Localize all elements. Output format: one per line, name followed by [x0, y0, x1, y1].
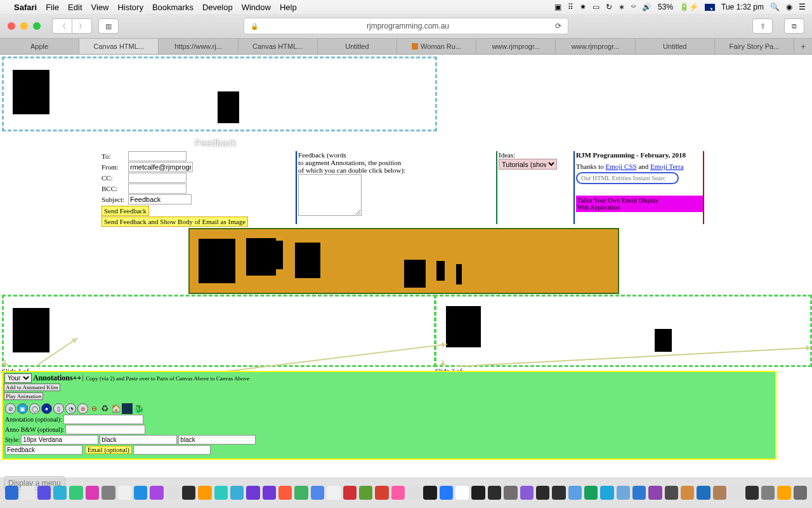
dock-app-icon[interactable]: [777, 486, 790, 500]
emoji-css-link[interactable]: Emoji CSS: [605, 163, 636, 170]
dock-app-icon[interactable]: [552, 486, 565, 500]
tab-1[interactable]: Canvas HTML...: [79, 39, 159, 54]
dock-app-icon[interactable]: [471, 486, 485, 500]
refresh-icon[interactable]: ♻: [100, 404, 110, 413]
tab-2[interactable]: https://www.rj...: [159, 39, 238, 54]
dock-app-icon[interactable]: [761, 486, 775, 500]
dock-app-icon[interactable]: [37, 486, 51, 500]
grid-icon[interactable]: ⠿: [568, 3, 573, 11]
menu-bookmarks[interactable]: Bookmarks: [152, 3, 193, 12]
battery-icon[interactable]: 🔋⚡: [679, 3, 698, 11]
airplay-icon[interactable]: ▭: [593, 3, 599, 11]
menu-develop[interactable]: Develop: [202, 3, 233, 12]
menu-edit[interactable]: Edit: [68, 3, 82, 12]
dock-app-icon[interactable]: [648, 486, 662, 500]
tab-0[interactable]: Apple: [0, 39, 79, 54]
to-input[interactable]: [128, 151, 187, 161]
send-feedback-button[interactable]: Send Feedback: [102, 206, 149, 216]
cancel-icon[interactable]: ⊗: [77, 403, 88, 414]
dragon-icon[interactable]: 🐉: [134, 404, 143, 413]
tab-4[interactable]: Untitled: [318, 39, 397, 54]
dock-app-icon[interactable]: [278, 486, 292, 500]
menu-file[interactable]: File: [46, 3, 59, 12]
menu-window[interactable]: Window: [242, 3, 271, 12]
dock-app-icon[interactable]: [407, 486, 421, 500]
cc-input[interactable]: [128, 173, 187, 183]
clock[interactable]: Tue 1:32 pm: [721, 3, 764, 11]
dock-app-icon[interactable]: [327, 486, 340, 500]
tabs-button[interactable]: ⧉: [784, 18, 804, 34]
dock-app-icon[interactable]: [343, 486, 357, 500]
dock-app-icon[interactable]: [794, 486, 807, 500]
dock-app-icon[interactable]: [118, 486, 131, 500]
battery-text[interactable]: 53%: [658, 3, 673, 11]
dock-app-icon[interactable]: [455, 486, 469, 500]
tab-6[interactable]: www.rjmprogr...: [476, 39, 556, 54]
dock-app-icon[interactable]: [440, 486, 453, 500]
notifications-icon[interactable]: ☰: [799, 3, 806, 11]
dock-app-icon[interactable]: [568, 486, 582, 500]
spotlight-icon[interactable]: 🔍: [770, 3, 780, 11]
subject-input[interactable]: [128, 194, 192, 204]
zoom-window-button[interactable]: [33, 22, 41, 30]
share-button[interactable]: ⇪: [752, 18, 773, 34]
app-icon[interactable]: ▣: [554, 3, 561, 11]
dock-app-icon[interactable]: [86, 486, 99, 500]
volume-icon[interactable]: 🔊: [642, 3, 652, 11]
emoji-terra-link[interactable]: Emoji Terra: [650, 163, 683, 170]
from-input[interactable]: [128, 162, 193, 172]
feedback-input[interactable]: [5, 445, 82, 455]
flag-icon[interactable]: [705, 4, 715, 11]
dock-app-icon[interactable]: [617, 486, 630, 500]
dock-app-icon[interactable]: [359, 486, 372, 500]
ideas-select[interactable]: Tutorials (show b: [499, 159, 557, 170]
bluetooth-icon[interactable]: ∗: [619, 3, 625, 11]
play-animation-button[interactable]: Play Animation: [4, 392, 43, 400]
address-bar[interactable]: 🔒 rjmprogramming.com.au ⟳: [244, 18, 568, 34]
color1-input[interactable]: [100, 435, 177, 444]
minimize-window-button[interactable]: [20, 22, 28, 30]
dock-app-icon[interactable]: [134, 486, 147, 500]
menu-view[interactable]: View: [91, 3, 109, 12]
anno-input[interactable]: [63, 415, 143, 424]
page-icon[interactable]: ▯: [53, 403, 64, 414]
style-input[interactable]: [21, 435, 98, 444]
nodrop-icon[interactable]: ⊘: [5, 403, 16, 414]
anno-bw-input[interactable]: [65, 425, 145, 434]
dock-app-icon[interactable]: [5, 486, 18, 500]
timemachine-icon[interactable]: ↻: [606, 3, 612, 11]
your-select[interactable]: Your: [4, 373, 32, 383]
color2-input[interactable]: [178, 435, 256, 444]
wifi-icon[interactable]: ⌔: [631, 3, 636, 11]
bcc-input[interactable]: [128, 184, 187, 194]
add-animated-button[interactable]: Add to Animated Klim: [4, 384, 60, 391]
tab-3[interactable]: Canvas HTML...: [239, 39, 318, 54]
dock-app-icon[interactable]: [391, 486, 405, 500]
dock-app-icon[interactable]: [729, 486, 742, 500]
siri-icon[interactable]: ◉: [786, 3, 792, 11]
dock-app-icon[interactable]: [697, 486, 710, 500]
image-icon[interactable]: [122, 403, 133, 414]
dock-app-icon[interactable]: [230, 486, 244, 500]
highlighted-link[interactable]: Tailor Your Own Emoji DisplayWeb Applica…: [576, 196, 703, 212]
dock-app-icon[interactable]: [632, 486, 646, 500]
dock-app-icon[interactable]: [214, 486, 228, 500]
entities-search[interactable]: Our HTML Entities Instant Searc: [576, 172, 679, 184]
dock-app-icon[interactable]: [21, 486, 34, 500]
circle-icon[interactable]: ◯: [29, 403, 40, 414]
close-window-button[interactable]: [8, 22, 15, 30]
dock-app-icon[interactable]: [423, 486, 436, 500]
dock-app-icon[interactable]: [263, 486, 276, 500]
square-icon[interactable]: ▣: [17, 403, 28, 414]
dock-app-icon[interactable]: [681, 486, 694, 500]
back-button[interactable]: 〈: [52, 18, 72, 34]
bug-icon[interactable]: ✷: [580, 3, 586, 11]
dock-app-icon[interactable]: [665, 486, 678, 500]
dock-app-icon[interactable]: [584, 486, 598, 500]
record-icon[interactable]: ●: [41, 403, 52, 414]
minus-icon[interactable]: ⊖: [89, 404, 99, 413]
new-tab-button[interactable]: +: [794, 39, 812, 54]
dock-app-icon[interactable]: [504, 486, 517, 500]
dock-app-icon[interactable]: [246, 486, 259, 500]
dock-app-icon[interactable]: [375, 486, 388, 500]
